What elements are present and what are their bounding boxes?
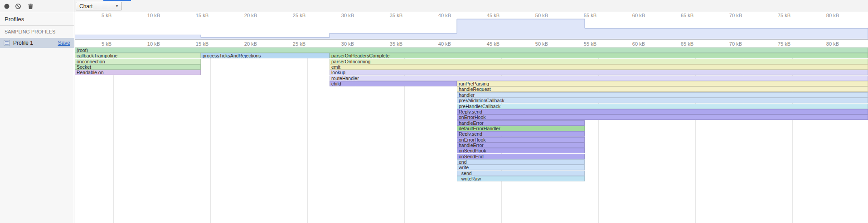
flame-frame[interactable]: onErrorHook — [457, 137, 585, 142]
frame-label: onErrorHook — [459, 115, 486, 120]
frame-label: handleError — [459, 143, 484, 148]
frame-label: Readable.on — [77, 70, 104, 75]
clear-button[interactable] — [14, 2, 22, 10]
ruler-tick-label: 55 kB — [584, 41, 598, 47]
flame-frame[interactable]: handleRequest — [457, 86, 868, 92]
ruler-tick-label: 30 kB — [341, 41, 356, 47]
frame-label: parserOnIncoming — [331, 59, 370, 64]
flame-frame[interactable]: Reply.send — [457, 109, 868, 114]
flame-frame[interactable]: Readable.on — [75, 70, 201, 75]
flame-frame[interactable]: parserOnHeadersComplete — [330, 53, 868, 58]
frame-label: onconnection — [77, 59, 105, 64]
flame-chart-pane: 5 kB10 kB15 kB20 kB25 kB30 kB35 kB40 kB4… — [75, 12, 868, 223]
frame-label: callbackTrampoline — [77, 53, 117, 58]
delete-profile-button[interactable] — [26, 2, 34, 10]
view-mode-select[interactable]: Chart ▼ — [76, 2, 122, 10]
gridline — [259, 47, 259, 223]
ruler-tick-label: 5 kB — [102, 41, 113, 47]
clear-icon — [15, 3, 21, 9]
save-link[interactable]: Save — [58, 40, 70, 46]
sidebar-title: Profiles — [0, 12, 74, 25]
record-button[interactable] — [3, 2, 11, 10]
frame-label: handleError — [459, 121, 484, 126]
flame-frame[interactable]: Socket — [75, 64, 201, 70]
frame-label: _writeRaw — [459, 176, 481, 181]
memory-overview-graph — [75, 12, 868, 39]
ruler-tick-label: 60 kB — [632, 41, 647, 47]
frame-label: Reply.send — [459, 109, 482, 114]
flame-chart[interactable]: (root)callbackTrampolineprocessTicksAndR… — [75, 47, 868, 223]
record-icon — [4, 3, 10, 9]
active-tab-indicator — [103, 0, 131, 1]
ruler-tick-label: 45 kB — [487, 41, 501, 47]
ruler-tick-label: 15 kB — [196, 41, 210, 47]
flame-frame[interactable]: runPreParsing — [457, 81, 868, 86]
flame-frame[interactable]: child — [330, 81, 457, 86]
flame-frame[interactable]: preValidationCallback — [457, 98, 868, 103]
flame-frame[interactable]: onSendEnd — [457, 154, 585, 159]
dropdown-arrow-icon: ▼ — [115, 4, 119, 8]
frame-label: write_ — [459, 165, 471, 170]
ruler-tick-label: 80 kB — [826, 41, 841, 47]
frame-label: Socket — [77, 65, 91, 70]
flame-frame[interactable]: onSendHook — [457, 148, 585, 153]
profile-icon — [4, 40, 10, 46]
detail-ruler: 5 kB10 kB15 kB20 kB25 kB30 kB35 kB40 kB4… — [75, 40, 868, 47]
frame-label: lookup — [331, 70, 345, 75]
frame-label: onErrorHook — [459, 138, 486, 142]
ruler-tick-label: 35 kB — [390, 41, 404, 47]
sampling-profiles-heading: SAMPLING PROFILES — [0, 26, 74, 37]
ruler-tick-label: 40 kB — [438, 41, 453, 47]
profiles-sidebar: Profiles SAMPLING PROFILES Profile 1 Sav… — [0, 12, 74, 223]
devtools-memory-panel: Chart ▼ Profiles SAMPLING PROFILES Profi… — [0, 0, 868, 223]
frame-label: handleRequest — [459, 87, 491, 92]
frame-label: defaultErrorHandler — [459, 126, 500, 131]
ruler-tick-label: 25 kB — [293, 41, 307, 47]
flame-frame[interactable]: preHandlerCallback — [457, 104, 868, 109]
profile-item[interactable]: Profile 1 Save — [0, 38, 74, 48]
flame-frame[interactable]: (root) — [75, 47, 868, 53]
frame-label: parserOnHeadersComplete — [331, 53, 389, 58]
frame-label: _send — [459, 171, 472, 176]
flame-frame[interactable]: handleError — [457, 142, 585, 148]
flame-frame[interactable]: parserOnIncoming — [330, 59, 868, 64]
flame-frame[interactable]: end — [457, 159, 585, 165]
ruler-tick-label: 75 kB — [778, 41, 792, 47]
frame-label: emit — [331, 65, 340, 70]
frame-label: Reply.send — [459, 132, 482, 137]
gridline — [307, 47, 308, 223]
flame-frame[interactable]: defaultErrorHandler — [457, 126, 585, 131]
flame-frame[interactable]: lookup — [330, 70, 868, 75]
frame-label: routeHandler — [331, 76, 359, 81]
frame-label: handler — [459, 93, 475, 98]
frame-label: (root) — [77, 48, 88, 53]
frame-label: processTicksAndRejections — [203, 53, 261, 58]
profiler-toolbar: Chart ▼ — [0, 0, 868, 12]
ruler-tick-label: 10 kB — [147, 41, 162, 47]
flame-frame[interactable]: Reply.send — [457, 131, 585, 137]
overview-pane[interactable]: 5 kB10 kB15 kB20 kB25 kB30 kB35 kB40 kB4… — [75, 12, 868, 40]
frame-label: preHandlerCallback — [459, 104, 500, 109]
frame-label: onSendHook — [459, 148, 486, 153]
frame-label: child — [331, 81, 341, 86]
flame-frame[interactable]: routeHandler — [330, 76, 868, 81]
flame-frame[interactable]: _writeRaw — [457, 176, 585, 181]
flame-frame[interactable]: emit — [330, 64, 868, 70]
flame-frame[interactable]: handleError — [457, 120, 585, 126]
flame-frame[interactable]: callbackTrampoline — [75, 53, 201, 58]
profile-name: Profile 1 — [13, 40, 55, 46]
frame-label: onSendEnd — [459, 154, 484, 159]
flame-frame[interactable]: onErrorHook — [457, 114, 868, 120]
flame-frame[interactable]: onconnection — [75, 59, 201, 64]
frame-label: runPreParsing — [459, 81, 489, 86]
frame-label: end — [459, 160, 467, 165]
flame-frame[interactable]: processTicksAndRejections — [201, 53, 330, 58]
toolbar-separator — [74, 0, 74, 12]
gridline — [210, 47, 211, 223]
ruler-tick-label: 70 kB — [729, 41, 744, 47]
flame-frame[interactable]: handler — [457, 92, 868, 98]
flame-frame[interactable]: _send — [457, 171, 585, 176]
trash-icon — [28, 3, 34, 9]
flame-frame[interactable]: write_ — [457, 165, 585, 170]
ruler-tick-label: 20 kB — [244, 41, 259, 47]
